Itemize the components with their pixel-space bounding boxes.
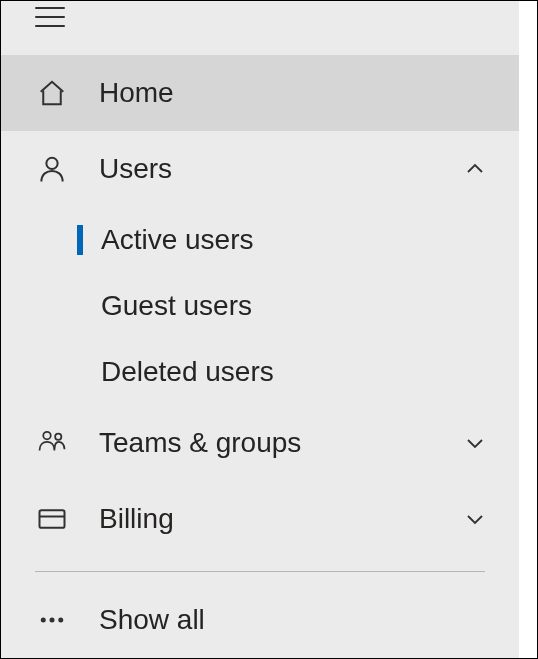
sub-item-label: Deleted users [101,356,274,388]
sub-item-deleted-users[interactable]: Deleted users [1,339,519,405]
nav-item-users[interactable]: Users [1,131,519,207]
nav-item-label: Users [99,153,461,185]
teams-icon [35,426,69,460]
svg-point-2 [55,434,61,440]
nav-item-users-children: Active users Guest users Deleted users [1,207,519,405]
active-indicator [77,225,83,255]
chevron-down-icon [461,429,489,457]
ellipsis-icon [35,603,69,637]
user-icon [35,152,69,186]
nav-item-home[interactable]: Home [1,55,519,131]
svg-point-6 [50,618,55,623]
nav-list: Home Users Active users [1,37,519,658]
sub-item-active-users[interactable]: Active users [1,207,519,273]
billing-icon [35,502,69,536]
nav-item-billing[interactable]: Billing [1,481,519,557]
sub-item-label: Guest users [101,290,252,322]
sub-item-guest-users[interactable]: Guest users [1,273,519,339]
nav-item-teams-groups[interactable]: Teams & groups [1,405,519,481]
svg-point-5 [41,618,46,623]
chevron-down-icon [461,505,489,533]
menu-toggle-row [1,1,519,37]
svg-point-0 [46,158,57,169]
nav-item-label: Teams & groups [99,427,461,459]
home-icon [35,76,69,110]
nav-item-show-all[interactable]: Show all [1,582,519,658]
nav-item-label: Billing [99,503,461,535]
sub-item-label: Active users [101,224,254,256]
hamburger-icon[interactable] [35,7,65,27]
chevron-up-icon [461,155,489,183]
nav-item-label: Show all [99,604,489,636]
svg-rect-3 [40,510,65,528]
svg-point-1 [43,432,51,440]
admin-sidebar: Home Users Active users [1,1,519,658]
nav-item-label: Home [99,77,489,109]
nav-separator [35,571,485,572]
svg-point-7 [58,618,63,623]
